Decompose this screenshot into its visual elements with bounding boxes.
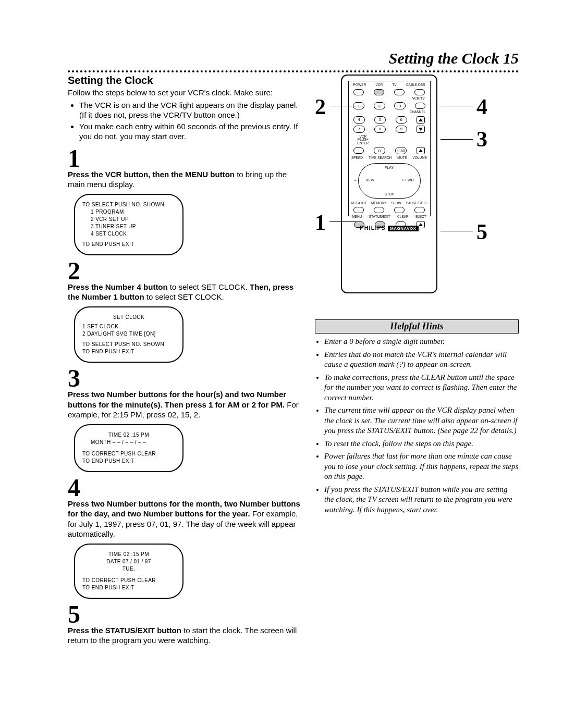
num-0-button[interactable]: 0 [374,147,385,154]
channel-label: CHANNEL [349,110,430,114]
step-2-text: Press the Number 4 button to select SET … [68,282,302,302]
intro-text: Follow the steps below to set your VCR's… [68,88,302,98]
rew-label: REW [366,178,374,182]
page-header: Setting the Clock 15 [68,50,519,67]
right-column: POWER VCR TV CABLE DSS VCR/TV 123 CHANNE… [315,75,519,650]
callout-4: 4 [476,94,487,119]
hint-item: Enter a 0 before a single digit number. [324,337,519,347]
remote-body: POWER VCR TV CABLE DSS VCR/TV 123 CHANNE… [341,75,437,293]
plus-label: + [422,178,424,182]
osd-date-entry: TIME 02 :15 PM DATE 07 / 01 / 97 TUE. TO… [74,544,183,599]
slow-button[interactable] [394,207,405,213]
callout-2-line [329,106,362,106]
callout-2: 2 [315,94,326,119]
minus-label: – [354,178,357,182]
remote-diagram: POWER VCR TV CABLE DSS VCR/TV 123 CHANNE… [315,75,519,314]
rec-button[interactable] [353,207,364,213]
bullet: The VCR is on and the VCR light appears … [79,100,302,120]
step-3-text: Press two Number buttons for the hour(s)… [68,389,302,420]
hint-item: To make corrections, press the CLEAR but… [324,373,519,403]
memory-button[interactable] [374,207,384,213]
num-8-button[interactable]: 8 [374,126,386,133]
page: Setting the Clock 15 Setting the Clock F… [0,0,563,676]
num-3-button[interactable]: 3 [394,102,406,109]
channel-up-button[interactable] [417,116,425,124]
num-5-button[interactable]: 5 [374,116,386,124]
hints-list: Enter a 0 before a single digit number. … [315,337,519,515]
vcrplus-button[interactable] [353,147,364,154]
plus100-button[interactable]: +100 [395,147,407,154]
step-number-4: 4 [68,476,302,499]
step-number-5: 5 [68,603,302,625]
dotted-rule [68,70,519,72]
vcrtv-label: VCR/TV [349,97,430,101]
callout-5: 5 [476,219,487,244]
step-number-2: 2 [68,260,302,282]
intro-bullets: The VCR is on and the VCR light appears … [68,100,302,142]
num-6-button[interactable]: 6 [396,116,407,124]
power-button[interactable] [353,89,364,95]
osd-time-entry: TIME 02 :15 PM MONTH – – / – – / – – TO … [74,424,183,472]
volume-up-button[interactable] [417,147,425,154]
remote-row-top: POWER VCR TV CABLE DSS [349,83,430,87]
hint-item: Entries that do not match the VCR's inte… [324,350,519,370]
transport-dpad[interactable]: PLAY – REW F.FWD + STOP [358,163,421,199]
section-title: Setting the Clock [68,75,302,87]
hint-item: If you press the STATUS/EXIT button whil… [324,485,519,515]
hint-item: The current time will appear on the VCR … [324,405,519,436]
channel-down-button[interactable] [417,126,425,133]
vcr-button[interactable] [374,89,384,95]
num-9-button[interactable]: 9 [396,126,407,133]
callout-3-line [440,139,473,140]
callout-4-line [440,106,473,106]
tv-button[interactable] [394,89,405,95]
cable-button[interactable] [414,89,425,95]
hint-item: Power failures that last for more than o… [324,451,519,482]
step-number-1: 1 [68,147,302,169]
ffwd-label: F.FWD [402,178,413,182]
hints-title: Helpful Hints [315,319,519,334]
step-5-text: Press the STATUS/EXIT button to start th… [68,625,302,646]
num-2-button[interactable]: 2 [374,102,385,109]
num-4-button[interactable]: 4 [353,116,365,124]
num-7-button[interactable]: 7 [353,126,365,133]
step-4-text: Press two Number buttons for the month, … [68,499,302,539]
stop-label: STOP [385,192,395,196]
left-column: Setting the Clock Follow the steps below… [68,75,302,650]
step-1-text: Press the VCR button, then the MENU butt… [68,169,302,190]
osd-main-menu: TO SELECT PUSH NO. SHOWN 1 PROGRAM 2 VCR… [74,194,183,255]
pause-button[interactable] [414,207,425,213]
callout-1-line [329,221,357,222]
hint-item: To reset the clock, follow the steps on … [324,439,519,449]
vcrtv-button[interactable] [415,103,425,109]
callout-5-line [440,231,473,231]
osd-set-clock: SET CLOCK 1 SET CLOCK 2 DAYLIGHT SVG TIM… [74,306,183,363]
step-number-3: 3 [68,367,302,389]
callout-3: 3 [476,127,487,152]
bullet: You make each entry within 60 seconds of… [79,121,302,142]
callout-1: 1 [315,210,326,235]
play-label: PLAY [385,166,394,169]
